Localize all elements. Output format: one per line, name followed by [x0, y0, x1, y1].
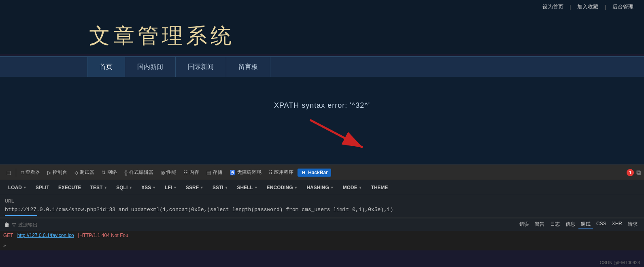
network-log-entry: GET http://127.0.0.1/favicon.ico [HTTP/1… [0, 231, 644, 240]
network-icon: ⇅ [102, 170, 106, 175]
red-arrow-icon [306, 116, 371, 152]
hackbar-xss[interactable]: XSS ▼ [137, 183, 160, 192]
nav-item-home[interactable]: 首页 [87, 57, 125, 77]
console-tab-xhr[interactable]: XHR [610, 220, 625, 229]
lfi-caret-icon: ▼ [173, 186, 177, 190]
hackbar-mode[interactable]: MODE ▼ [339, 183, 366, 192]
clear-console-icon[interactable]: 🗑 [4, 222, 10, 228]
console-tab-css[interactable]: CSS [594, 220, 609, 229]
devtools-performance[interactable]: ◎ 性能 [157, 167, 179, 177]
viewer-icon: □ [21, 170, 24, 175]
console-tabs: 错误 警告 日志 信息 调试 CSS XHR 请求 [517, 220, 640, 229]
console-tab-request[interactable]: 请求 [625, 220, 640, 229]
test-caret-icon: ▼ [104, 186, 107, 190]
console-tab-debug[interactable]: 调试 [578, 220, 593, 229]
devtools-storage[interactable]: ▤ 存储 [203, 167, 225, 177]
csdn-watermark: CSDN @EMT00923 [600, 260, 640, 265]
hackbar-ssti[interactable]: SSTI ▼ [208, 183, 232, 192]
svg-line-1 [310, 120, 363, 147]
devtools-application[interactable]: ⠿ 应用程序 [266, 167, 297, 177]
nav-bar: 首页 国内新闻 国际新闻 留言板 [0, 56, 644, 77]
nav-item-domestic[interactable]: 国内新闻 [125, 57, 176, 77]
nav-item-international[interactable]: 国际新闻 [176, 57, 226, 77]
set-home-link[interactable]: 设为首页 [542, 4, 563, 10]
hackbar-split[interactable]: SPLIT [32, 183, 53, 192]
inspect-icon: ⬚ [6, 170, 11, 175]
hackbar-ssrf[interactable]: SSRF ▼ [182, 183, 208, 192]
shell-caret-icon: ▼ [254, 186, 258, 190]
error-arrow [0, 114, 644, 152]
devtools-network[interactable]: ⇅ 网络 [98, 167, 120, 177]
sep1: | [570, 4, 571, 10]
encoding-caret-icon: ▼ [294, 186, 298, 190]
performance-icon: ◎ [161, 170, 165, 175]
hackbar-encoding[interactable]: ENCODING ▼ [263, 183, 302, 192]
hackbar-icon: H [301, 170, 306, 175]
header: 文章管理系统 [0, 14, 644, 54]
top-bar: 设为首页 | 加入收藏 | 后台管理 [0, 0, 644, 14]
hackbar-load[interactable]: LOAD ▼ [4, 183, 31, 192]
hackbar-button[interactable]: H HackBar [298, 169, 331, 177]
hashing-caret-icon: ▼ [330, 186, 334, 190]
url-underline [5, 215, 37, 216]
main-content: XPATH syntax error: '^32^' [0, 77, 644, 164]
filter-input[interactable] [18, 222, 67, 228]
expand-icon[interactable]: » [3, 243, 6, 248]
network-url[interactable]: http://127.0.0.1/favicon.ico [17, 233, 74, 238]
network-status: [HTTP/1.1 404 Not Fou [78, 233, 128, 238]
devtools-viewer[interactable]: □ 查看器 [18, 167, 43, 177]
memory-icon: ☷ [183, 170, 188, 175]
sqli-caret-icon: ▼ [129, 186, 132, 190]
error-badge: 1 [627, 169, 634, 176]
debugger-icon: ◇ [74, 170, 78, 175]
hackbar-lfi[interactable]: LFI ▼ [161, 183, 181, 192]
devtools-toolbar: ⬚ □ 查看器 ▷ 控制台 ◇ 调试器 ⇅ 网络 {} 样式编辑器 ◎ 性能 ☷ [0, 165, 644, 180]
load-caret-icon: ▼ [23, 186, 27, 190]
devtools-style-editor[interactable]: {} 样式编辑器 [121, 167, 157, 177]
devtools-memory[interactable]: ☷ 内存 [180, 167, 202, 177]
separator [16, 169, 16, 177]
hackbar-test[interactable]: TEST ▼ [86, 183, 112, 192]
close-devtools-icon[interactable]: ⧉ [636, 169, 641, 176]
url-label: URL [5, 199, 639, 203]
console-filter-bar: 🗑 ▽ 错误 警告 日志 信息 调试 CSS XHR 请求 [0, 218, 644, 231]
hackbar-shell[interactable]: SHELL ▼ [233, 183, 262, 192]
devtools-inspect-tool[interactable]: ⬚ [3, 168, 14, 177]
xss-caret-icon: ▼ [152, 186, 156, 190]
hackbar-sqli[interactable]: SQLI ▼ [112, 183, 136, 192]
url-section: URL http://127.0.0.1/cms/show.php?id=33 … [0, 195, 644, 218]
devtools-debugger[interactable]: ◇ 调试器 [71, 167, 98, 177]
xpath-error-message: XPATH syntax error: '^32^' [0, 89, 644, 114]
nav-item-guestbook[interactable]: 留言板 [226, 57, 270, 77]
hackbar-hashing[interactable]: HASHING ▼ [302, 183, 338, 192]
filter-icon: ▽ [12, 222, 16, 228]
devtools-console[interactable]: ▷ 控制台 [44, 167, 70, 177]
url-value[interactable]: http://127.0.0.1/cms/show.php?id=33 and … [5, 205, 639, 214]
console-tab-error[interactable]: 错误 [517, 220, 531, 229]
hackbar-execute[interactable]: EXECUTE [54, 183, 85, 192]
console-tab-warn[interactable]: 警告 [532, 220, 547, 229]
expand-row: » [0, 240, 644, 250]
console-icon: ▷ [47, 170, 51, 175]
ssrf-caret-icon: ▼ [200, 186, 204, 190]
storage-icon: ▤ [206, 170, 211, 175]
network-method: GET [3, 233, 13, 238]
ssti-caret-icon: ▼ [225, 186, 228, 190]
hackbar-theme[interactable]: THEME [367, 183, 392, 192]
devtools-accessibility[interactable]: ♿ 无障碍环境 [226, 167, 265, 177]
add-bookmark-link[interactable]: 加入收藏 [577, 4, 598, 10]
console-tab-info[interactable]: 信息 [563, 220, 578, 229]
accessibility-icon: ♿ [230, 170, 236, 175]
style-editor-icon: {} [124, 170, 128, 175]
devtools-panel: ⬚ □ 查看器 ▷ 控制台 ◇ 调试器 ⇅ 网络 {} 样式编辑器 ◎ 性能 ☷ [0, 164, 644, 250]
site-title: 文章管理系统 [89, 22, 644, 50]
application-icon: ⠿ [269, 170, 272, 175]
sep2: | [605, 4, 606, 10]
hackbar-menu-bar: LOAD ▼ SPLIT EXECUTE TEST ▼ SQLI ▼ XSS ▼… [0, 180, 644, 195]
admin-link[interactable]: 后台管理 [612, 4, 633, 10]
mode-caret-icon: ▼ [359, 186, 362, 190]
console-tab-log[interactable]: 日志 [548, 220, 562, 229]
